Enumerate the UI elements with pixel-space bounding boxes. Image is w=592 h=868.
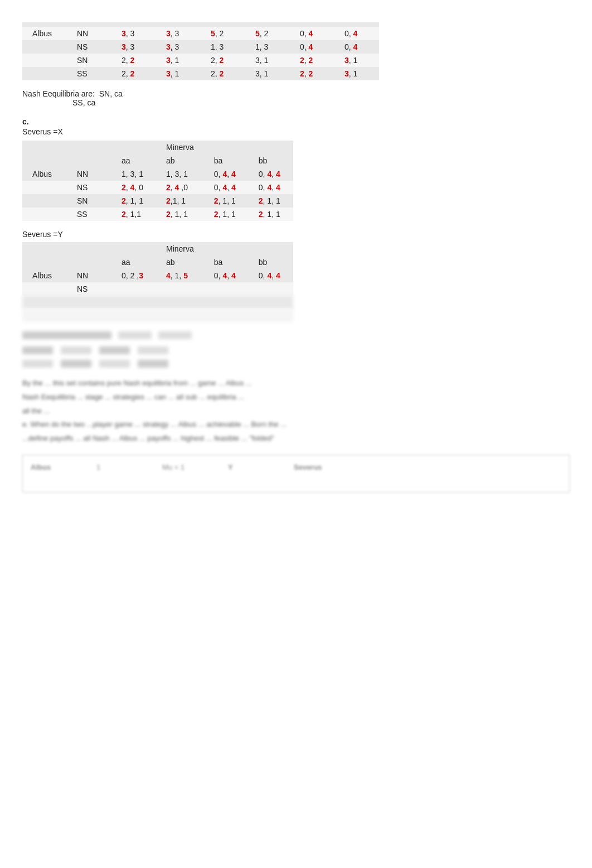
albus-label-y: Albus bbox=[22, 269, 67, 282]
player-label-blank bbox=[22, 40, 67, 54]
btc-mu: 1 bbox=[96, 463, 152, 471]
cell-y-ns-bb bbox=[249, 282, 293, 296]
cell-ns-c5: 0, 4 bbox=[290, 40, 334, 54]
cell-x-nn-ab: 1, 3, 1 bbox=[156, 167, 204, 181]
hdr-bb bbox=[249, 141, 293, 154]
cell-x-ss-aa: 2, 1,1 bbox=[111, 208, 156, 221]
table-row: Albus NN 0, 2 ,3 4, 1, 5 0, 4, 4 0, 4, 4 bbox=[22, 269, 293, 282]
top-section: Albus NN 3, 3 3, 3 5, 2 5, 2 0, 4 0, 4 N… bbox=[22, 22, 570, 493]
bottom-blurred-table: Albus 1 Mu = 1 Y Severus bbox=[22, 455, 570, 493]
cell-ns-c1: 3, 3 bbox=[111, 40, 156, 54]
bottom-table-row2 bbox=[31, 474, 561, 486]
hdr-ba bbox=[204, 141, 249, 154]
col-blank-3 bbox=[201, 22, 245, 27]
blurred-text-line4: e. When do the two ...player game ... st… bbox=[22, 419, 570, 431]
table-row: NS bbox=[22, 282, 293, 296]
cell-x-ss-ba: 2, 1, 1 bbox=[204, 208, 249, 221]
albus-label-x: Albus bbox=[22, 167, 67, 181]
cell-y-nn-bb: 0, 4, 4 bbox=[249, 269, 293, 282]
blurred-text-section: By the ... this set contains pure Nash e… bbox=[22, 378, 570, 445]
cell-ns-c2: 3, 3 bbox=[156, 40, 201, 54]
table-row: SS 2, 2 3, 1 2, 2 3, 1 2, 2 3, 1 bbox=[22, 67, 379, 80]
hdr2-ab: ab bbox=[156, 154, 204, 167]
hdr-minerva: Minerva bbox=[156, 141, 204, 154]
table-row: NS 3, 3 3, 3 1, 3 1, 3 0, 4 0, 4 bbox=[22, 40, 379, 54]
cell-ss-c1: 2, 2 bbox=[111, 67, 156, 80]
btc-y: Y bbox=[228, 463, 284, 471]
hdr-y2-blank2 bbox=[67, 255, 111, 269]
cell-nn-c6: 0, 4 bbox=[334, 27, 379, 40]
hdr-y-blank4 bbox=[204, 242, 249, 255]
cell-y-nn-ab: 4, 1, 5 bbox=[156, 269, 204, 282]
btc-severus: Severus bbox=[294, 463, 350, 471]
player-label-albus: Albus bbox=[22, 27, 67, 40]
hdr-y2-aa: aa bbox=[111, 255, 156, 269]
strategy-nn: NN bbox=[67, 27, 111, 40]
table-row bbox=[22, 309, 293, 322]
blurred-text-line3: all the ... bbox=[22, 406, 570, 417]
table-1: Albus NN 3, 3 3, 3 5, 2 5, 2 0, 4 0, 4 N… bbox=[22, 22, 379, 80]
albus-label-x-blank2 bbox=[22, 194, 67, 208]
cell-ss-c3: 2, 2 bbox=[201, 67, 245, 80]
hdr2-blank1 bbox=[22, 154, 67, 167]
col-strategy-blank bbox=[67, 22, 111, 27]
severus-x-label: Severus =X bbox=[22, 127, 570, 136]
table-severus-y: Minerva aa ab ba bb Albus NN 0, 2 ,3 4, … bbox=[22, 242, 293, 322]
strat-ns-x: NS bbox=[67, 181, 111, 194]
col-blank-1 bbox=[111, 22, 156, 27]
table-y-subheader: aa ab ba bb bbox=[22, 255, 293, 269]
hdr-y-blank2 bbox=[67, 242, 111, 255]
cell-ss-c5: 2, 2 bbox=[290, 67, 334, 80]
hdr-y2-bb: bb bbox=[249, 255, 293, 269]
cell-x-sn-bb: 2, 1, 1 bbox=[249, 194, 293, 208]
hdr-y-blank5 bbox=[249, 242, 293, 255]
blurred-nash-rows bbox=[22, 346, 570, 354]
hdr2-ba: ba bbox=[204, 154, 249, 167]
cell-nn-c4: 5, 2 bbox=[245, 27, 290, 40]
hdr-blank2 bbox=[67, 141, 111, 154]
table-row: NS 2, 4, 0 2, 4 ,0 0, 4, 4 0, 4, 4 bbox=[22, 181, 293, 194]
col-blank-2 bbox=[156, 22, 201, 27]
hdr2-blank2 bbox=[67, 154, 111, 167]
cell-x-nn-bb: 0, 4, 4 bbox=[249, 167, 293, 181]
cell-x-sn-ba: 2, 1, 1 bbox=[204, 194, 249, 208]
cell-sn-c4: 3, 1 bbox=[245, 54, 290, 67]
hdr-aa bbox=[111, 141, 156, 154]
cell-y-nn-aa: 0, 2 ,3 bbox=[111, 269, 156, 282]
blurred-text-line5: ...define payoffs ... all Nash ... Albus… bbox=[22, 433, 570, 445]
cell-y-ns-ab bbox=[156, 282, 204, 296]
table-row: SN 2, 1, 1 2,1, 1 2, 1, 1 2, 1, 1 bbox=[22, 194, 293, 208]
cell-sn-c3: 2, 2 bbox=[201, 54, 245, 67]
hdr2-aa: aa bbox=[111, 154, 156, 167]
strat-nn-y: NN bbox=[67, 269, 111, 282]
table-x-header: Minerva bbox=[22, 141, 293, 154]
cell-ss-c4: 3, 1 bbox=[245, 67, 290, 80]
cell-x-sn-ab: 2,1, 1 bbox=[156, 194, 204, 208]
table-row: SN 2, 2 3, 1 2, 2 3, 1 2, 2 3, 1 bbox=[22, 54, 379, 67]
col-blank-6 bbox=[334, 22, 379, 27]
btc-albus: Albus bbox=[31, 463, 86, 471]
cell-nn-c2: 3, 3 bbox=[156, 27, 201, 40]
cell-x-nn-ba: 0, 4, 4 bbox=[204, 167, 249, 181]
col-blank-4 bbox=[245, 22, 290, 27]
strat-nn-x: NN bbox=[67, 167, 111, 181]
hdr-y2-ba: ba bbox=[204, 255, 249, 269]
table-row: Albus NN 3, 3 3, 3 5, 2 5, 2 0, 4 0, 4 bbox=[22, 27, 379, 40]
hdr-y2-blank1 bbox=[22, 255, 67, 269]
cell-nn-c1: 3, 3 bbox=[111, 27, 156, 40]
strat-ns-y: NS bbox=[67, 282, 111, 296]
cell-y-ns-aa bbox=[111, 282, 156, 296]
cell-y-nn-ba: 0, 4, 4 bbox=[204, 269, 249, 282]
strat-sn-x: SN bbox=[67, 194, 111, 208]
severus-y-label: Severus =Y bbox=[22, 230, 570, 239]
blurred-nash bbox=[22, 331, 570, 341]
albus-label-x-blank1 bbox=[22, 181, 67, 194]
nash-equilibria-label: Nash Eequilibria are: SN, ca SS, ca bbox=[22, 89, 570, 107]
player-label-blank3 bbox=[22, 67, 67, 80]
cell-x-ns-aa: 2, 4, 0 bbox=[111, 181, 156, 194]
blurred-text-line1: By the ... this set contains pure Nash e… bbox=[22, 378, 570, 389]
hdr-y2-ab: ab bbox=[156, 255, 204, 269]
table-y-header: Minerva bbox=[22, 242, 293, 255]
col-albus-blank bbox=[22, 22, 67, 27]
strategy-sn: SN bbox=[67, 54, 111, 67]
